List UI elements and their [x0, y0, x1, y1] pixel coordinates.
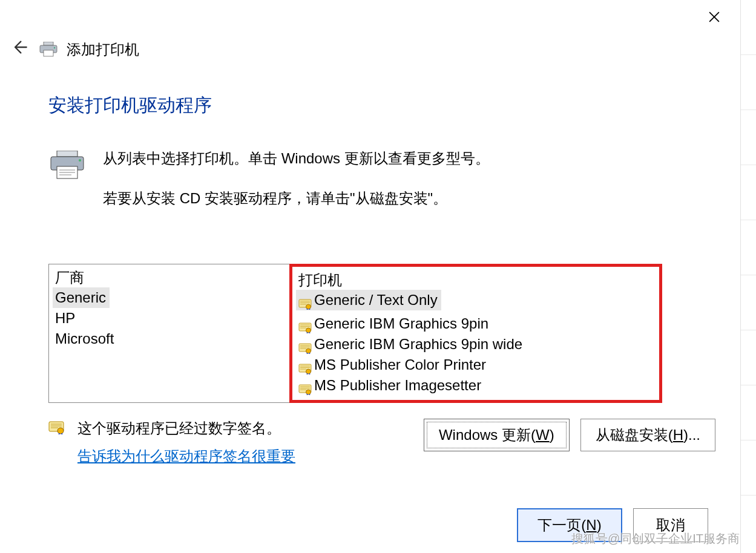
certificate-icon: [298, 380, 312, 391]
description-line-2: 若要从安装 CD 安装驱动程序，请单击"从磁盘安装"。: [103, 187, 490, 210]
section-heading: 安装打印机驱动程序: [48, 93, 715, 118]
printer-item[interactable]: Generic IBM Graphics 9pin wide: [296, 334, 656, 355]
signature-row: 这个驱动程序已经过数字签名。 告诉我为什么驱动程序签名很重要 Windows 更…: [48, 419, 715, 466]
wizard-header: 添加打印机: [8, 39, 740, 60]
install-from-disk-button[interactable]: 从磁盘安装(H)...: [580, 419, 715, 451]
printer-column-header: 打印机: [296, 270, 656, 290]
printer-item-label: MS Publisher Color Printer: [314, 355, 486, 375]
button-label: Windows 更新(: [439, 427, 536, 443]
cancel-button[interactable]: 取消: [633, 508, 708, 542]
driver-selection-lists: 厂商 GenericHPMicrosoft 打印机 Generic / Text…: [48, 264, 715, 403]
signature-status-text: 这个驱动程序已经过数字签名。: [77, 419, 295, 438]
svg-point-12: [79, 159, 81, 162]
mnemonic: W: [536, 427, 550, 443]
printer-item-label: Generic IBM Graphics 9pin: [314, 313, 488, 334]
description-row: 从列表中选择打印机。单击 Windows 更新以查看更多型号。 若要从安装 CD…: [48, 147, 715, 227]
svg-point-5: [54, 47, 55, 48]
printer-item[interactable]: Generic IBM Graphics 9pin: [296, 313, 656, 334]
manufacturer-item[interactable]: Generic: [53, 287, 110, 308]
add-printer-wizard-window: 添加打印机 安装打印机驱动程序 从列表中选择打印机。单击 Windows 更新以…: [0, 0, 740, 553]
printer-large-icon: [48, 151, 86, 180]
manufacturer-item[interactable]: HP: [53, 308, 286, 329]
printer-icon: [39, 42, 58, 57]
svg-point-42: [58, 428, 64, 434]
mnemonic: N: [586, 517, 596, 533]
button-label-suffix: )...: [683, 427, 700, 443]
background-decoration: [740, 0, 756, 553]
manufacturer-listbox[interactable]: 厂商 GenericHPMicrosoft: [48, 264, 290, 403]
svg-rect-2: [44, 42, 53, 45]
svg-point-22: [306, 328, 311, 333]
svg-point-32: [306, 369, 311, 374]
printer-item-label: MS Publisher Imagesetter: [314, 375, 481, 396]
svg-point-37: [306, 390, 311, 394]
manufacturer-column-header: 厂商: [53, 268, 286, 287]
certificate-icon: [298, 318, 312, 329]
description-line-1: 从列表中选择打印机。单击 Windows 更新以查看更多型号。: [103, 147, 490, 170]
printer-item-label: Generic / Text Only: [314, 290, 438, 310]
button-label-suffix: ): [597, 517, 602, 533]
signature-importance-link[interactable]: 告诉我为什么驱动程序签名很重要: [77, 447, 295, 466]
back-button[interactable]: [8, 39, 30, 60]
certificate-icon: [298, 295, 312, 306]
svg-point-27: [306, 348, 311, 353]
close-icon: [709, 11, 720, 22]
close-button[interactable]: [702, 5, 726, 29]
wizard-footer-buttons: 下一页(N) 取消: [517, 508, 708, 542]
svg-rect-6: [57, 151, 77, 157]
manufacturer-item[interactable]: Microsoft: [53, 329, 286, 349]
printer-item[interactable]: Generic / Text Only: [296, 290, 441, 310]
printer-item-label: Generic IBM Graphics 9pin wide: [314, 334, 522, 355]
certificate-icon: [48, 421, 64, 434]
printer-item[interactable]: MS Publisher Color Printer: [296, 355, 656, 375]
next-button[interactable]: 下一页(N): [517, 508, 622, 542]
certificate-icon: [298, 339, 312, 350]
printer-item[interactable]: MS Publisher Imagesetter: [296, 375, 656, 396]
button-label-suffix: ): [550, 427, 554, 443]
certificate-icon: [298, 359, 312, 370]
button-label: 从磁盘安装(: [596, 427, 673, 443]
wizard-title: 添加打印机: [67, 40, 139, 59]
svg-rect-4: [44, 50, 53, 56]
windows-update-button[interactable]: Windows 更新(W): [424, 419, 570, 451]
wizard-content: 安装打印机驱动程序 从列表中选择打印机。单击 Windows 更新以查看更多型号…: [48, 93, 715, 466]
signature-text-block: 这个驱动程序已经过数字签名。 告诉我为什么驱动程序签名很重要: [77, 419, 295, 466]
signature-info: 这个驱动程序已经过数字签名。 告诉我为什么驱动程序签名很重要: [48, 419, 295, 466]
button-label: 下一页(: [537, 517, 586, 533]
back-arrow-icon: [11, 39, 28, 56]
driver-source-buttons: Windows 更新(W) 从磁盘安装(H)...: [424, 419, 715, 451]
svg-point-17: [306, 304, 311, 309]
printer-listbox[interactable]: 打印机 Generic / Text OnlyGeneric IBM Graph…: [289, 264, 662, 403]
description-text: 从列表中选择打印机。单击 Windows 更新以查看更多型号。 若要从安装 CD…: [103, 147, 490, 227]
mnemonic: H: [673, 427, 683, 443]
